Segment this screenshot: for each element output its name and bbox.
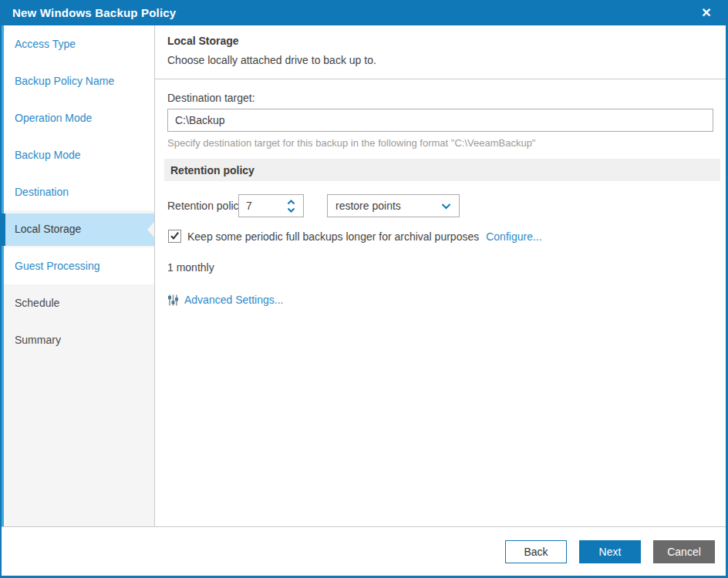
dialog-title: New Windows Backup Policy	[12, 6, 176, 19]
step-schedule: Schedule	[4, 284, 154, 321]
retention-policy-row: Retention policy: 7 restore points	[167, 194, 714, 217]
step-backup-policy-name[interactable]: Backup Policy Name	[4, 62, 154, 99]
step-access-type[interactable]: Access Type	[4, 25, 154, 62]
dialog-footer: Back Next Cancel	[2, 526, 726, 576]
chevron-down-icon	[441, 203, 451, 210]
archival-checkbox-checked[interactable]	[168, 230, 181, 243]
advanced-settings-link[interactable]: Advanced Settings...	[184, 294, 283, 306]
archival-summary-text: 1 monthly	[167, 261, 714, 274]
dialog-new-windows-backup-policy: New Windows Backup Policy ✕ Access Type …	[0, 0, 728, 578]
destination-target-label: Destination target:	[167, 92, 714, 104]
page-title: Local Storage	[167, 35, 714, 47]
step-guest-processing[interactable]: Guest Processing	[4, 247, 154, 284]
destination-target-input[interactable]	[167, 109, 713, 132]
configure-link[interactable]: Configure...	[486, 230, 541, 243]
wizard-steps-sidebar: Access Type Backup Policy Name Operation…	[2, 25, 155, 526]
step-summary: Summary	[4, 321, 154, 358]
chevron-down-icon[interactable]	[287, 207, 295, 213]
next-button[interactable]: Next	[579, 540, 641, 563]
step-operation-mode[interactable]: Operation Mode	[4, 99, 154, 136]
page-subtitle: Choose locally attached drive to back up…	[167, 54, 714, 66]
back-button[interactable]: Back	[505, 540, 567, 563]
archival-checkbox-label[interactable]: Keep some periodic full backups longer f…	[187, 230, 479, 243]
advanced-settings-row: Advanced Settings...	[167, 294, 714, 306]
title-bar: New Windows Backup Policy ✕	[2, 0, 726, 25]
chevron-up-icon[interactable]	[287, 200, 295, 205]
step-content-local-storage: Local Storage Choose locally attached dr…	[155, 25, 726, 526]
cancel-button[interactable]: Cancel	[653, 540, 715, 563]
retention-unit-dropdown[interactable]: restore points	[327, 194, 460, 217]
retention-policy-label: Retention policy:	[167, 200, 238, 212]
retention-policy-section-header: Retention policy	[164, 159, 720, 181]
retention-count-stepper[interactable]: 7	[238, 194, 304, 217]
header-divider	[155, 79, 726, 79]
step-backup-mode[interactable]: Backup Mode	[4, 136, 154, 173]
destination-format-hint: Specify destination target for this back…	[167, 137, 714, 149]
step-destination[interactable]: Destination	[4, 173, 154, 210]
retention-unit-value: restore points	[335, 200, 441, 212]
step-local-storage-current[interactable]: Local Storage	[2, 210, 154, 247]
check-icon	[170, 231, 180, 240]
close-icon[interactable]: ✕	[696, 3, 716, 23]
archival-backup-row: Keep some periodic full backups longer f…	[167, 230, 714, 243]
sliders-icon	[167, 294, 179, 306]
retention-count-value[interactable]: 7	[246, 200, 287, 212]
